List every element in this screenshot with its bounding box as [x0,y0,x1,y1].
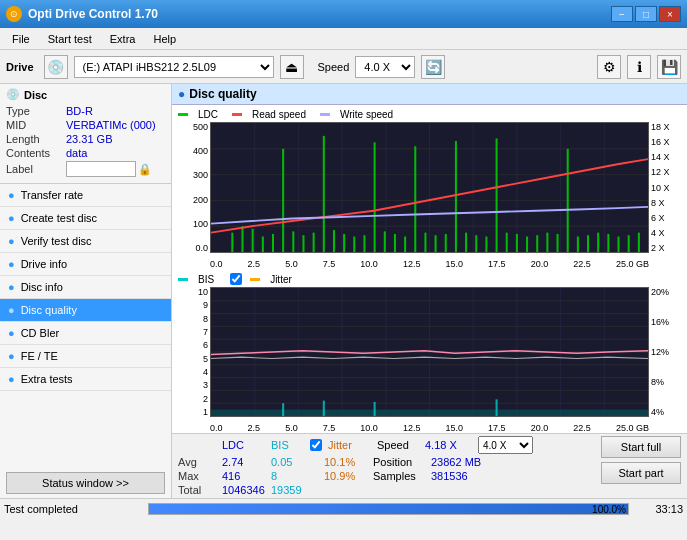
sidebar-item-cd-bler[interactable]: ● CD Bler [0,322,171,345]
disc-label-input[interactable] [66,161,136,177]
start-full-button[interactable]: Start full [601,436,681,458]
svg-rect-76 [496,399,498,416]
sidebar-item-label: Drive info [21,258,67,270]
jitter-legend-label: Jitter [270,274,292,285]
svg-rect-75 [374,402,376,416]
svg-rect-19 [292,231,294,252]
progress-text: 100.0% [592,504,626,516]
disc-length-value: 23.31 GB [66,133,112,145]
speed-select-stats[interactable]: 4.0 X [478,436,533,454]
bis-legend-dot [178,278,188,281]
speed-header: Speed [377,439,417,451]
sidebar-item-drive-info[interactable]: ● Drive info [0,253,171,276]
sidebar-item-verify-test-disc[interactable]: ● Verify test disc [0,230,171,253]
samples-label: Samples [373,470,423,482]
restore-button[interactable]: □ [635,6,657,22]
svg-rect-40 [506,233,508,252]
svg-rect-26 [363,235,365,252]
sidebar-item-label: Verify test disc [21,235,92,247]
position-label: Position [373,456,423,468]
jitter-col-header: Jitter [328,439,363,451]
minimize-button[interactable]: − [611,6,633,22]
disc-length-label: Length [6,133,66,145]
sidebar-item-extra-tests[interactable]: ● Extra tests [0,368,171,391]
drive-label: Drive [6,61,34,73]
disc-panel-title: Disc [24,89,47,101]
create-test-disc-icon: ● [8,212,15,224]
samples-value: 381536 [431,470,476,482]
ldc-legend-dot [178,113,188,116]
menubar: File Start test Extra Help [0,28,687,50]
sidebar-item-fe-te[interactable]: ● FE / TE [0,345,171,368]
disc-info-panel: 💿 Disc Type BD-R MID VERBATIMc (000) Len… [0,84,171,184]
eject-button[interactable]: ⏏ [280,55,304,79]
disc-type-label: Type [6,105,66,117]
info-button[interactable]: ℹ [627,55,651,79]
refresh-button[interactable]: 🔄 [421,55,445,79]
chart1-y-left: 500 400 300 200 100 0.0 [174,122,210,253]
app-title: Opti Drive Control 1.70 [28,7,158,21]
chart1-y-right: 18 X 16 X 14 X 12 X 10 X 8 X 6 X 4 X 2 X [649,122,685,253]
titlebar-left: ⊙ Opti Drive Control 1.70 [6,6,158,22]
menu-extra[interactable]: Extra [102,31,144,47]
chart2-area: 10 9 8 7 6 5 4 3 2 1 20% 16% [174,287,685,433]
disc-label-row: Label 🔒 [6,161,165,177]
status-window-button[interactable]: Status window >> [6,472,165,494]
total-label: Total [178,484,218,496]
sidebar-item-label: Disc quality [21,304,77,316]
toolbar: Drive 💿 (E:) ATAPI iHBS212 2.5L09 ⏏ Spee… [0,50,687,84]
sidebar-item-disc-quality[interactable]: ● Disc quality [0,299,171,322]
svg-rect-18 [282,149,284,252]
disc-contents-label: Contents [6,147,66,159]
jitter-max: 10.9% [324,470,359,482]
settings-button[interactable]: ⚙ [597,55,621,79]
svg-rect-17 [272,234,274,252]
menu-file[interactable]: File [4,31,38,47]
sidebar-item-create-test-disc[interactable]: ● Create test disc [0,207,171,230]
jitter-stat-checkbox[interactable] [310,439,322,451]
content-area: ● Disc quality LDC Read speed Write spee… [172,84,687,498]
sidebar-item-transfer-rate[interactable]: ● Transfer rate [0,184,171,207]
close-button[interactable]: × [659,6,681,22]
drive-icon-btn[interactable]: 💿 [44,55,68,79]
sidebar-item-disc-info[interactable]: ● Disc info [0,276,171,299]
bis-avg: 0.05 [271,456,306,468]
extra-tests-icon: ● [8,373,15,385]
max-row: Max 416 8 10.9% Samples 381536 [178,470,533,482]
svg-rect-50 [607,234,609,252]
svg-rect-39 [496,138,498,252]
charts-area: LDC Read speed Write speed 500 400 300 2… [172,105,687,498]
drive-select[interactable]: (E:) ATAPI iHBS212 2.5L09 [74,56,274,78]
total-row: Total 1046346 19359 [178,484,533,496]
ldc-max: 416 [222,470,267,482]
chart1-legend: LDC Read speed Write speed [172,107,687,122]
start-part-button[interactable]: Start part [601,462,681,484]
stats-panel: LDC BIS Jitter Speed 4.18 X 4.0 X Avg 2.… [172,433,687,498]
svg-rect-16 [262,237,264,252]
chart2-legend: BIS Jitter [172,271,687,287]
avg-row: Avg 2.74 0.05 10.1% Position 23862 MB [178,456,533,468]
speed-val-header: 4.18 X [425,439,470,451]
svg-rect-38 [485,237,487,252]
menu-start-test[interactable]: Start test [40,31,100,47]
disc-contents-value: data [66,147,87,159]
svg-rect-28 [384,231,386,252]
jitter-checkbox[interactable] [230,273,242,285]
read-speed-legend-dot [232,113,242,116]
position-value: 23862 MB [431,456,481,468]
read-speed-legend-label: Read speed [252,109,306,120]
disc-quality-header-icon: ● [178,87,185,101]
chart2-svg-area [210,287,649,417]
bis-legend-label: BIS [198,274,214,285]
save-button[interactable]: 💾 [657,55,681,79]
chart1-wrapper: LDC Read speed Write speed 500 400 300 2… [172,105,687,269]
svg-rect-30 [404,237,406,252]
titlebar: ⊙ Opti Drive Control 1.70 − □ × [0,0,687,28]
svg-rect-49 [597,233,599,252]
fe-te-icon: ● [8,350,15,362]
disc-quality-icon: ● [8,304,15,316]
menu-help[interactable]: Help [145,31,184,47]
speed-select[interactable]: 4.0 X [355,56,415,78]
disc-type-value: BD-R [66,105,93,117]
ldc-col-header: LDC [222,439,267,451]
